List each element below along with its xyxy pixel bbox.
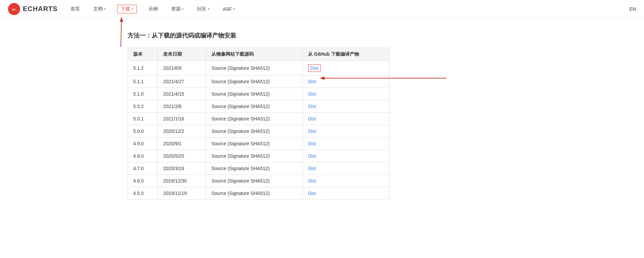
dist-link[interactable]: Dist [308, 91, 316, 97]
nav-asf-label: ASF [223, 6, 232, 12]
section-title: 方法一：从下载的源代码或编译产物安装 [128, 32, 342, 40]
cell-date: 2019/11/19 [158, 187, 206, 200]
cell-version: 5.1.2 [128, 61, 158, 75]
cell-version: 5.0.2 [128, 100, 158, 113]
cell-source[interactable]: Source (Signature SHA512) [206, 175, 302, 187]
table-row: 4.7.02020/3/19Source (Signature SHA512)D… [128, 162, 389, 175]
nav-community-label: 社区 [197, 6, 206, 12]
nav-menu: 首页 文档 ▾ 下载 ▾ 示例 资源 ▾ 社区 ▾ ASF [68, 5, 630, 13]
cell-source[interactable]: Source (Signature SHA512) [206, 162, 302, 175]
cell-dist[interactable]: Dist [302, 100, 389, 113]
cell-dist[interactable]: Dist [302, 150, 389, 162]
logo-icon: EC [8, 3, 20, 15]
cell-source[interactable]: Source (Signature SHA512) [206, 100, 302, 113]
cell-version: 4.8.0 [128, 150, 158, 162]
cell-dist[interactable]: Dist [302, 162, 389, 175]
table-row: 4.6.02019/12/30Source (Signature SHA512)… [128, 175, 389, 187]
dist-link[interactable]: Dist [308, 178, 316, 184]
table-row: 5.0.12021/1/16Source (Signature SHA512)D… [128, 113, 389, 125]
nav-docs[interactable]: 文档 ▾ [91, 5, 108, 13]
nav-download-label: 下载 [121, 6, 130, 12]
dist-link[interactable]: Dist [308, 104, 316, 109]
table-row: 4.8.02020/5/25Source (Signature SHA512)D… [128, 150, 389, 162]
cell-source[interactable]: Source (Signature SHA512) [206, 187, 302, 200]
cell-source[interactable]: Source (Signature SHA512) [206, 138, 302, 150]
cell-dist[interactable]: Dist [302, 75, 389, 88]
nav-download-caret: ▾ [132, 7, 133, 11]
table-row: 5.1.22021/6/9Source (Signature SHA512)Di… [128, 61, 389, 75]
cell-date: 2020/9/1 [158, 138, 206, 150]
cell-source[interactable]: Source (Signature SHA512) [206, 113, 302, 125]
nav-home[interactable]: 首页 [68, 5, 82, 13]
nav-community-caret: ▾ [208, 7, 209, 11]
cell-date: 2020/3/19 [158, 162, 206, 175]
col-version: 版本 [128, 48, 158, 61]
cell-version: 4.9.0 [128, 138, 158, 150]
cell-dist[interactable]: Dist [302, 88, 389, 100]
table-row: 5.1.12021/4/27Source (Signature SHA512)D… [128, 75, 389, 88]
cell-source[interactable]: Source (Signature SHA512) [206, 125, 302, 138]
table-row: 5.1.02021/4/15Source (Signature SHA512)D… [128, 88, 389, 100]
table-row: 5.0.02020/12/2Source (Signature SHA512)D… [128, 125, 389, 138]
download-table: 版本 发布日期 从镜像网站下载源码 从 GitHub 下载编译产物 5.1.22… [128, 48, 389, 200]
cell-dist[interactable]: Dist [302, 138, 389, 150]
nav-resources-caret: ▾ [182, 7, 184, 11]
nav-asf[interactable]: ASF ▾ [221, 5, 237, 13]
dist-link[interactable]: Dist [308, 166, 316, 171]
dist-link[interactable]: Dist [308, 191, 316, 196]
nav-examples-label: 示例 [148, 6, 158, 12]
cell-version: 5.1.1 [128, 75, 158, 88]
cell-version: 4.5.0 [128, 187, 158, 200]
table-row: 4.5.02019/11/19Source (Signature SHA512)… [128, 187, 389, 200]
col-date: 发布日期 [158, 48, 206, 61]
dist-link[interactable]: Dist [308, 153, 316, 159]
table-header-row: 版本 发布日期 从镜像网站下载源码 从 GitHub 下载编译产物 [128, 48, 389, 61]
cell-date: 2019/12/30 [158, 175, 206, 187]
cell-source[interactable]: Source (Signature SHA512) [206, 150, 302, 162]
nav-resources[interactable]: 资源 ▾ [169, 5, 186, 13]
col-dist: 从 GitHub 下载编译产物 [302, 48, 389, 61]
cell-dist[interactable]: Dist [302, 125, 389, 138]
nav-examples[interactable]: 示例 [146, 5, 160, 13]
cell-dist[interactable]: Dist [302, 113, 389, 125]
table-row: 4.9.02020/9/1Source (Signature SHA512)Di… [128, 138, 389, 150]
cell-version: 5.0.0 [128, 125, 158, 138]
nav-download[interactable]: 下载 ▾ [117, 5, 137, 13]
col-source: 从镜像网站下载源码 [206, 48, 302, 61]
table-row: 5.0.22021/2/6Source (Signature SHA512)Di… [128, 100, 389, 113]
dist-link[interactable]: Dist [308, 128, 316, 134]
dist-link[interactable]: Dist [308, 141, 316, 146]
dist-link[interactable]: Dist [308, 79, 316, 84]
cell-dist[interactable]: Dist [302, 61, 389, 75]
cell-version: 5.1.0 [128, 88, 158, 100]
dist-link[interactable]: Dist [308, 116, 316, 121]
lang-switch[interactable]: EN [630, 6, 636, 12]
cell-source[interactable]: Source (Signature SHA512) [206, 75, 302, 88]
svg-text:EC: EC [12, 8, 16, 11]
cell-version: 5.0.1 [128, 113, 158, 125]
dist-link-highlighted[interactable]: Dist [308, 64, 321, 72]
logo[interactable]: EC ECHARTS [8, 3, 58, 15]
nav-resources-label: 资源 [171, 6, 181, 12]
logo-text: ECHARTS [23, 5, 58, 13]
cell-date: 2021/4/15 [158, 88, 206, 100]
cell-dist[interactable]: Dist [302, 175, 389, 187]
cell-date: 2021/1/16 [158, 113, 206, 125]
cell-source[interactable]: Source (Signature SHA512) [206, 61, 302, 75]
nav-docs-label: 文档 [93, 6, 103, 12]
nav-community[interactable]: 社区 ▾ [195, 5, 211, 13]
cell-date: 2021/2/6 [158, 100, 206, 113]
nav-asf-caret: ▾ [233, 7, 235, 11]
main-content: 方法一：从下载的源代码或编译产物安装 版本 发布日期 从镜像网站下载源码 从 G… [0, 18, 470, 213]
cell-date: 2020/12/2 [158, 125, 206, 138]
cell-version: 4.7.0 [128, 162, 158, 175]
cell-date: 2021/4/27 [158, 75, 206, 88]
cell-version: 4.6.0 [128, 175, 158, 187]
navbar: EC ECHARTS 首页 文档 ▾ 下载 ▾ 示例 资源 ▾ [0, 0, 644, 18]
nav-home-label: 首页 [70, 6, 80, 12]
cell-dist[interactable]: Dist [302, 187, 389, 200]
cell-date: 2021/6/9 [158, 61, 206, 75]
cell-source[interactable]: Source (Signature SHA512) [206, 88, 302, 100]
cell-date: 2020/5/25 [158, 150, 206, 162]
nav-docs-caret: ▾ [104, 7, 106, 11]
